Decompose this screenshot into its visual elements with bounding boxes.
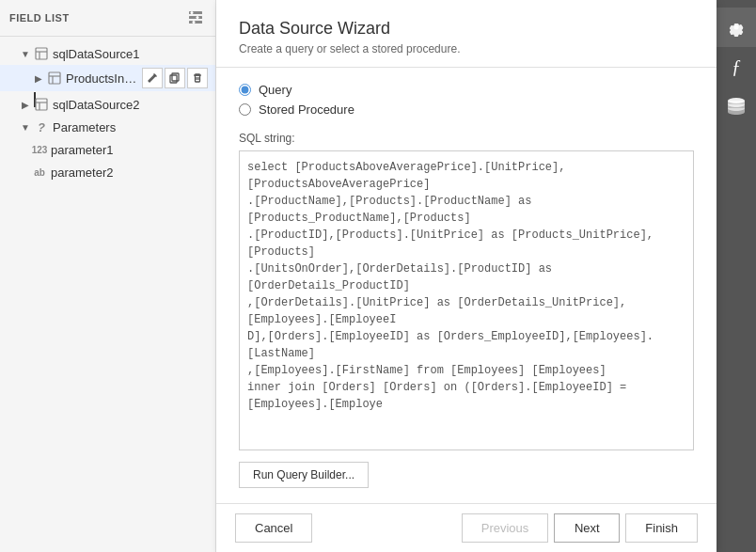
table-icon [34, 46, 49, 61]
products-actions [142, 68, 208, 88]
function-toolbar-button[interactable]: ƒ [717, 47, 756, 87]
tree-item-param2[interactable]: ab parameter2 [0, 161, 215, 183]
tree-item-products[interactable]: ▶ ProductsInPriceRange(@MinPric... [0, 65, 215, 91]
sql-label: SQL string: [239, 132, 694, 145]
edit-button[interactable] [142, 68, 163, 88]
tree-item-params[interactable]: ▼ ? Parameters [0, 116, 215, 138]
param2-icon: ab [32, 165, 47, 180]
stored-proc-radio[interactable] [239, 103, 251, 116]
wizard-header: Data Source Wizard Create a query or sel… [216, 0, 717, 68]
delete-button[interactable] [187, 68, 208, 88]
field-list-header: FIELD LIST [0, 0, 215, 37]
svg-rect-1 [189, 16, 202, 19]
svg-point-4 [197, 16, 199, 19]
field-list-settings-icon[interactable] [185, 8, 206, 28]
field-list-panel: FIELD LIST ▼ sqlDataSource1 [0, 0, 216, 552]
chevron-right-icon-ds2: ▶ [19, 98, 32, 111]
query-radio-item[interactable]: Query [239, 83, 694, 97]
sql-textarea[interactable] [239, 150, 694, 450]
svg-point-3 [191, 11, 194, 14]
run-query-button[interactable]: Run Query Builder... [239, 462, 369, 488]
wizard-title: Data Source Wizard [239, 19, 694, 39]
tree-item-ds2[interactable]: ▶ sqlDataSource2 [0, 93, 215, 116]
field-list-title: FIELD LIST [9, 12, 70, 24]
products-table-icon [47, 71, 62, 86]
chevron-down-icon-params: ▼ [19, 120, 32, 134]
tree-item-ds1[interactable]: ▼ sqlDataSource1 [0, 42, 215, 65]
previous-button[interactable]: Previous [462, 513, 549, 543]
param2-label: parameter2 [51, 166, 113, 180]
function-icon: ƒ [732, 56, 741, 78]
database-toolbar-button[interactable] [717, 87, 756, 126]
svg-rect-13 [172, 73, 179, 81]
param1-label: parameter1 [51, 143, 113, 157]
svg-rect-16 [196, 75, 200, 82]
wizard-subtitle: Create a query or select a stored proced… [239, 42, 694, 55]
ds1-label: sqlDataSource1 [53, 47, 140, 61]
svg-rect-2 [189, 21, 202, 24]
wizard-footer: Cancel Previous Next Finish [216, 503, 717, 552]
wizard-panel: Data Source Wizard Create a query or sel… [216, 0, 717, 552]
ds2-label: sqlDataSource2 [53, 98, 140, 112]
svg-rect-9 [49, 72, 60, 84]
params-icon: ? [34, 119, 49, 134]
gear-toolbar-button[interactable] [717, 8, 756, 47]
products-item-content: ▶ ProductsInPriceRange(@MinPric... [32, 71, 142, 86]
ds2-icon [34, 97, 49, 112]
svg-rect-6 [36, 48, 47, 59]
params-label: Parameters [53, 120, 116, 134]
tree-item-param1[interactable]: 123 parameter1 [0, 138, 215, 161]
tree-container: ▼ sqlDataSource1 ▶ [0, 37, 215, 189]
svg-point-5 [193, 21, 196, 24]
svg-rect-14 [170, 75, 177, 83]
radio-group: Query Stored Procedure [239, 83, 694, 117]
query-radio-label: Query [259, 83, 291, 97]
products-label: ProductsInPriceRange(@MinPric... [66, 71, 142, 86]
finish-button[interactable]: Finish [625, 513, 698, 543]
stored-proc-radio-label: Stored Procedure [259, 103, 354, 117]
param1-icon: 123 [32, 142, 47, 157]
next-button[interactable]: Next [554, 513, 620, 543]
cancel-button[interactable]: Cancel [235, 513, 312, 543]
chevron-right-icon: ▶ [32, 71, 45, 85]
chevron-down-icon: ▼ [19, 47, 32, 60]
query-radio[interactable] [239, 84, 251, 96]
wizard-body: Query Stored Procedure SQL string: Run Q… [216, 68, 717, 503]
stored-proc-radio-item[interactable]: Stored Procedure [239, 103, 694, 117]
svg-rect-19 [36, 99, 47, 110]
footer-right: Previous Next Finish [462, 513, 698, 543]
right-toolbar: ƒ [717, 0, 756, 552]
copy-button[interactable] [165, 68, 185, 88]
